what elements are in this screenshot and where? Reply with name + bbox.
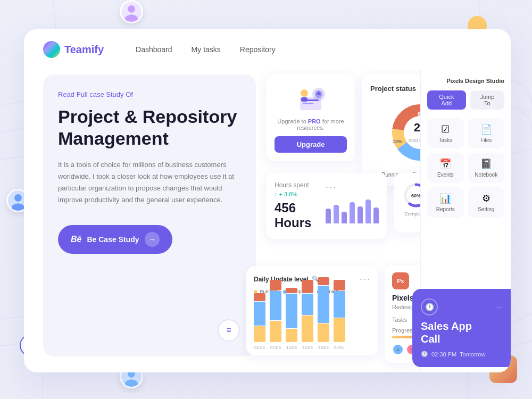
assignee-1: A (392, 344, 404, 355)
bar-3 (342, 212, 347, 223)
sales-menu[interactable]: ··· (496, 303, 502, 311)
date-2: 07/03 (270, 345, 281, 350)
reports-panel-label: Reports (436, 206, 455, 212)
sales-top: 🕐 ··· (421, 298, 502, 315)
sales-when: Tomorrow (460, 351, 485, 358)
logo: Teamify (43, 41, 104, 58)
panel-grid: ☑ Tasks 📄 Files 📅 Events 📓 Notebook 📊 (427, 118, 504, 218)
bar-4 (350, 202, 355, 223)
avatar-top (120, 0, 143, 23)
svg-point-11 (301, 89, 308, 97)
svg-point-5 (125, 379, 138, 387)
hours-growth: ↑ + 3.8% (275, 191, 326, 197)
nav-links: Dashboard My tasks Repository (136, 45, 276, 54)
content-area: Read Full case Study Of Project & Reposi… (24, 69, 511, 372)
nav-mytasks[interactable]: My tasks (192, 45, 221, 54)
sales-time-value: 02:30 PM (431, 351, 456, 358)
bar-group-5 (318, 277, 329, 342)
bar-2 (334, 205, 339, 223)
notebook-icon: 📓 (480, 158, 492, 170)
panel-notebook[interactable]: 📓 Notebook (468, 153, 505, 183)
settings-icon: ⚙ (482, 193, 491, 204)
panel-events[interactable]: 📅 Events (427, 153, 464, 183)
right-panel: Pixels Design Studio Quick Add Jump To ☑… (420, 69, 511, 372)
date-5: 28/03 (318, 345, 329, 350)
panel-settings[interactable]: ⚙ Setting (468, 187, 505, 218)
navbar: Teamify Dashboard My tasks Repository (24, 29, 511, 70)
svg-text:60%: 60% (411, 193, 421, 198)
panel-buttons: Quick Add Jump To (427, 90, 504, 110)
app-name: Teamify (64, 44, 104, 56)
events-panel-label: Events (437, 172, 454, 178)
behance-icon: Bē (71, 235, 81, 244)
files-panel-label: Files (480, 137, 492, 143)
bar-group-4 (302, 280, 313, 342)
clock-small-icon: 🕐 (421, 351, 428, 358)
hours-value: 456 Hours (275, 201, 326, 230)
date-6: 04/04 (334, 345, 345, 350)
nav-dashboard[interactable]: Dashboard (136, 45, 172, 54)
svg-rect-8 (303, 103, 313, 104)
jump-to-button[interactable]: Jump To (470, 90, 504, 110)
bar-group-1 (254, 293, 265, 342)
reports-icon: 📊 (439, 193, 451, 204)
behance-button[interactable]: Bē Be Case Study → (58, 225, 172, 254)
svg-point-3 (12, 203, 24, 211)
sales-notification: 🕐 ··· Sales AppCall 🕐 02:30 PM Tomorrow (412, 289, 511, 367)
sales-time: 🕐 02:30 PM Tomorrow (421, 351, 502, 358)
svg-point-2 (14, 194, 22, 202)
daily-menu[interactable]: ··· (360, 273, 371, 285)
hours-bar-chart (326, 197, 379, 223)
hero-title: Project & Repository Management (58, 106, 241, 149)
bar-group-2 (270, 280, 281, 342)
sales-title: Sales AppCall (421, 320, 502, 345)
hero-subtitle: Read Full case Study Of (58, 90, 241, 98)
bar-1 (326, 209, 331, 223)
tasks-label: Tasks (392, 317, 407, 323)
upgrade-button[interactable]: Upgrade (275, 136, 347, 153)
menu-fab[interactable]: ≡ (218, 319, 240, 342)
nav-repository[interactable]: Repository (240, 45, 276, 54)
hero-description: It is a tools of choice for millions of … (58, 159, 241, 206)
svg-rect-12 (301, 97, 307, 102)
files-icon: 📄 (480, 123, 492, 135)
bar-5 (358, 206, 363, 223)
tasks-panel-label: Tasks (438, 137, 452, 143)
hours-menu[interactable]: ··· (326, 181, 379, 193)
upgrade-illustration (275, 82, 347, 114)
date-labels: 01/03 07/03 14/03 21/03 28/03 04/04 (254, 345, 371, 350)
main-card: Teamify Dashboard My tasks Repository Re… (24, 29, 511, 372)
notebook-panel-label: Notebook (475, 172, 497, 178)
date-1: 01/03 (254, 345, 265, 350)
behance-label: Be Case Study (87, 235, 139, 244)
stacked-bar-chart (254, 300, 371, 342)
svg-point-1 (125, 14, 138, 22)
pro-label: PRO (308, 118, 321, 124)
date-4: 21/03 (302, 345, 313, 350)
tasks-icon: ☑ (441, 123, 450, 135)
settings-panel-label: Setting (478, 206, 494, 212)
bar-group-6 (334, 280, 345, 342)
panel-tasks[interactable]: ☑ Tasks (427, 118, 464, 148)
quick-add-button[interactable]: Quick Add (427, 90, 466, 110)
px-icon: Px (392, 272, 409, 289)
upgrade-text: Upgrade to PRO for more resources. (275, 118, 347, 131)
hero-section: Read Full case Study Of Project & Reposi… (43, 74, 256, 356)
date-3: 14/03 (286, 345, 297, 350)
arrow-icon: → (145, 232, 160, 247)
panel-reports[interactable]: 📊 Reports (427, 187, 464, 218)
panel-title: Pixels Design Studio (427, 78, 504, 84)
hours-title: Hours spent (275, 181, 326, 189)
bar-6 (365, 200, 371, 223)
clock-icon: 🕐 (421, 298, 438, 315)
upgrade-card: Upgrade to PRO for more resources. Upgra… (266, 74, 355, 161)
events-icon: 📅 (439, 158, 451, 170)
hours-card: Hours spent ↑ + 3.8% 456 Hours ··· (266, 173, 387, 239)
panel-files[interactable]: 📄 Files (468, 118, 505, 148)
svg-point-0 (128, 5, 135, 13)
logo-icon (43, 41, 60, 58)
bar-7 (373, 207, 379, 223)
project-status-title: Project status (370, 85, 416, 93)
daily-chart-card: Daily Update level 🔍 ··· Running Complet… (246, 266, 378, 355)
bar-group-3 (286, 288, 297, 342)
